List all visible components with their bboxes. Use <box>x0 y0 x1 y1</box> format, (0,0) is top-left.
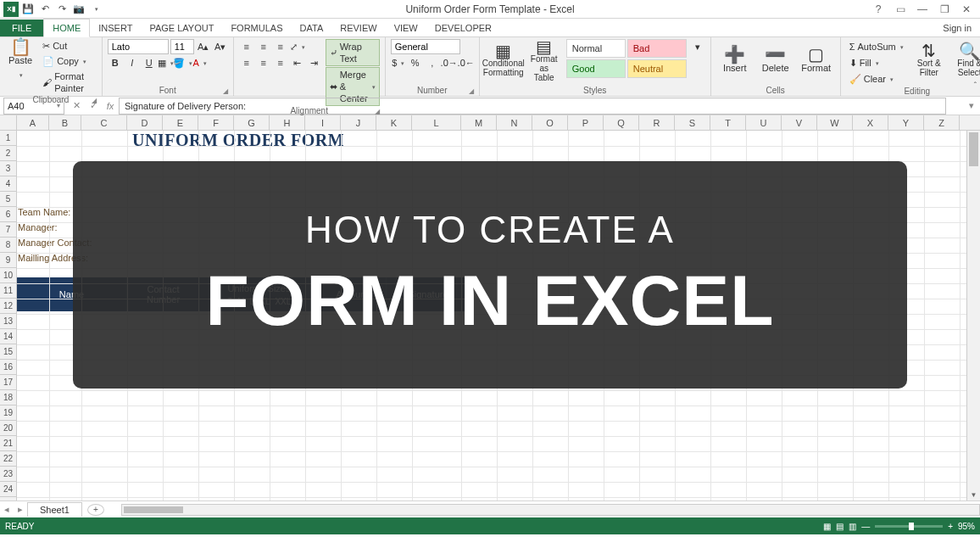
paste-button[interactable]: 📋 Paste <box>5 39 36 83</box>
row-header-8[interactable]: 8 <box>0 238 16 253</box>
style-neutral[interactable]: Neutral <box>627 59 687 78</box>
column-header-D[interactable]: D <box>127 115 163 130</box>
conditional-formatting-button[interactable]: ▦Conditional Formatting <box>485 39 522 83</box>
increase-indent-button[interactable]: ⇥ <box>307 55 322 70</box>
sign-in-link[interactable]: Sign in <box>934 20 980 36</box>
row-header-2[interactable]: 2 <box>0 146 16 161</box>
fill-color-button[interactable]: 🪣 <box>175 55 191 70</box>
align-left-button[interactable]: ≡ <box>239 55 254 70</box>
tab-review[interactable]: REVIEW <box>331 20 385 36</box>
comma-format-button[interactable]: , <box>425 55 440 70</box>
row-header-22[interactable]: 22 <box>0 451 16 467</box>
row-header-17[interactable]: 17 <box>0 375 16 390</box>
row-header-14[interactable]: 14 <box>0 329 16 344</box>
autosum-button[interactable]: ΣAutoSum <box>846 39 907 54</box>
format-painter-button[interactable]: 🖌Format Painter <box>39 70 97 95</box>
qat-customize[interactable] <box>88 2 103 17</box>
decrease-indent-button[interactable]: ⇤ <box>290 55 305 70</box>
alignment-dialog-launcher[interactable]: ◢ <box>375 108 380 115</box>
column-header-L[interactable]: L <box>412 115 461 130</box>
align-right-button[interactable]: ≡ <box>273 55 288 70</box>
horizontal-scrollbar[interactable] <box>121 504 980 516</box>
insert-cells-button[interactable]: ➕Insert <box>716 39 754 83</box>
copy-button[interactable]: 📄Copy <box>39 53 97 69</box>
minimize-button[interactable]: — <box>912 2 933 17</box>
row-header-3[interactable]: 3 <box>0 161 16 176</box>
column-header-J[interactable]: J <box>341 115 376 130</box>
number-format-select[interactable] <box>391 39 460 54</box>
view-page-break-button[interactable]: ▥ <box>849 522 856 531</box>
column-header-Z[interactable]: Z <box>924 115 960 130</box>
decrease-font-button[interactable]: A▾ <box>213 39 228 54</box>
font-name-input[interactable] <box>108 39 169 54</box>
cell-styles-gallery[interactable]: Normal Bad Good Neutral <box>566 39 687 78</box>
row-header-24[interactable]: 24 <box>0 482 16 497</box>
style-good[interactable]: Good <box>566 59 626 78</box>
find-select-button[interactable]: 🔍Find & Select <box>951 39 980 83</box>
column-header-Q[interactable]: Q <box>604 115 639 130</box>
restore-button[interactable]: ❐ <box>934 2 955 17</box>
vertical-scroll-thumb[interactable] <box>969 132 978 166</box>
zoom-slider-knob[interactable] <box>909 523 914 530</box>
orientation-button[interactable]: ⤢ <box>290 39 305 54</box>
scroll-down-arrow[interactable]: ▼ <box>967 489 980 500</box>
row-header-21[interactable]: 21 <box>0 436 16 451</box>
column-header-A[interactable]: A <box>17 115 49 130</box>
row-header-9[interactable]: 9 <box>0 253 16 268</box>
column-header-G[interactable]: G <box>234 115 270 130</box>
row-header-4[interactable]: 4 <box>0 176 16 192</box>
zoom-out-button[interactable]: — <box>861 522 870 531</box>
view-normal-button[interactable]: ▦ <box>823 522 831 531</box>
clear-button[interactable]: 🧹Clear <box>846 71 907 87</box>
font-size-input[interactable] <box>170 39 194 54</box>
insert-function-button[interactable]: fx <box>102 98 119 115</box>
column-header-N[interactable]: N <box>497 115 532 130</box>
row-header-10[interactable]: 10 <box>0 268 16 283</box>
row-header-20[interactable]: 20 <box>0 421 16 436</box>
sheet-nav-prev[interactable]: ◂ <box>0 504 14 515</box>
column-header-C[interactable]: C <box>81 115 127 130</box>
italic-button[interactable]: I <box>125 55 140 70</box>
align-center-button[interactable]: ≡ <box>256 55 271 70</box>
row-header-7[interactable]: 7 <box>0 222 16 238</box>
ribbon-display-button[interactable]: ▭ <box>890 2 910 17</box>
sheet-nav-next[interactable]: ▸ <box>14 504 27 515</box>
tab-insert[interactable]: INSERT <box>90 20 141 36</box>
accounting-format-button[interactable]: $ <box>391 55 406 70</box>
row-header-19[interactable]: 19 <box>0 405 16 421</box>
zoom-slider[interactable] <box>875 525 943 528</box>
row-header-6[interactable]: 6 <box>0 207 16 222</box>
decrease-decimal-button[interactable]: .0← <box>459 55 474 70</box>
font-dialog-launcher[interactable]: ◢ <box>223 87 228 95</box>
cut-button[interactable]: ✂Cut <box>39 39 97 53</box>
column-header-O[interactable]: O <box>532 115 568 130</box>
row-header-16[interactable]: 16 <box>0 360 16 375</box>
fill-button[interactable]: ⬇Fill <box>846 55 907 70</box>
format-as-table-button[interactable]: ▤Format as Table <box>526 39 563 83</box>
increase-font-button[interactable]: A▴ <box>196 39 211 54</box>
underline-button[interactable]: U <box>142 55 157 70</box>
column-header-Y[interactable]: Y <box>888 115 924 130</box>
align-middle-button[interactable]: ≡ <box>256 39 271 54</box>
style-bad[interactable]: Bad <box>627 39 687 58</box>
delete-cells-button[interactable]: ➖Delete <box>757 39 794 83</box>
number-dialog-launcher[interactable]: ◢ <box>469 87 474 95</box>
column-header-W[interactable]: W <box>817 115 853 130</box>
column-header-E[interactable]: E <box>163 115 198 130</box>
column-header-B[interactable]: B <box>49 115 81 130</box>
row-header-25[interactable]: 25 <box>0 497 16 500</box>
collapse-ribbon-button[interactable]: ˆ <box>974 81 977 91</box>
row-header-15[interactable]: 15 <box>0 344 16 360</box>
tab-developer[interactable]: DEVELOPER <box>426 20 500 36</box>
print-preview-button[interactable]: 📷 <box>71 2 86 17</box>
help-button[interactable]: ? <box>868 2 888 17</box>
column-header-I[interactable]: I <box>305 115 341 130</box>
sheet-tab-sheet1[interactable]: Sheet1 <box>27 502 82 517</box>
row-header-1[interactable]: 1 <box>0 131 16 146</box>
border-button[interactable]: ▦ <box>159 55 174 70</box>
column-header-X[interactable]: X <box>853 115 888 130</box>
tab-formulas[interactable]: FORMULAS <box>222 20 291 36</box>
expand-formula-bar-button[interactable]: ▾ <box>963 98 980 115</box>
row-header-12[interactable]: 12 <box>0 299 16 314</box>
percent-format-button[interactable]: % <box>408 55 423 70</box>
